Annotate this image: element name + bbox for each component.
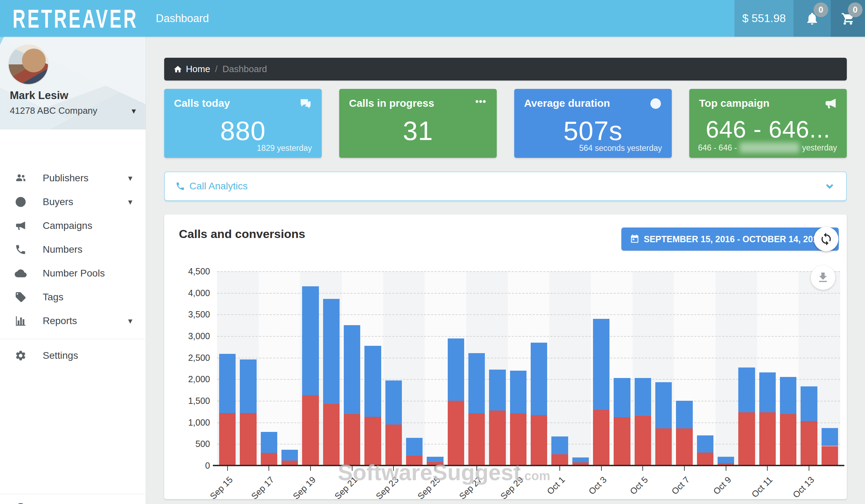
bar-segment-blue[interactable] xyxy=(676,401,692,428)
sidebar-item-buyers[interactable]: Buyers ▾ xyxy=(0,190,146,214)
sidebar-item-numbers[interactable]: Numbers xyxy=(0,238,146,261)
bar-segment-red[interactable] xyxy=(261,453,277,465)
download-button[interactable] xyxy=(811,265,835,290)
bar-segment-red[interactable] xyxy=(344,414,360,465)
bar-segment-red[interactable] xyxy=(385,425,402,465)
download-icon xyxy=(816,271,830,284)
date-range-button[interactable]: SEPTEMBER 15, 2016 - OCTOBER 14, 2016 ▾ xyxy=(621,227,839,251)
bar-segment-red[interactable] xyxy=(738,412,755,465)
bar-segment-red[interactable] xyxy=(489,411,505,465)
breadcrumb: Home / Dashboard xyxy=(164,58,847,80)
bar-segment-blue[interactable] xyxy=(759,372,776,413)
bar-segment-blue[interactable] xyxy=(510,371,526,413)
sidebar-item-reports[interactable]: Reports ▾ xyxy=(0,309,146,333)
bar-segment-blue[interactable] xyxy=(593,319,609,410)
bar-segment-blue[interactable] xyxy=(551,436,568,454)
cart-badge: 0 xyxy=(848,2,863,17)
bar-segment-blue[interactable] xyxy=(364,346,381,416)
x-axis-tick xyxy=(726,466,726,471)
notifications-button[interactable]: 0 xyxy=(794,0,831,37)
bar-segment-blue[interactable] xyxy=(302,286,319,395)
bar-segment-blue[interactable] xyxy=(385,380,402,425)
bar-segment-red[interactable] xyxy=(822,446,838,466)
bar-segment-blue[interactable] xyxy=(780,377,796,414)
bar-segment-blue[interactable] xyxy=(468,353,485,413)
bar-segment-red[interactable] xyxy=(240,413,256,465)
bar-segment-blue[interactable] xyxy=(448,338,464,401)
sidebar-item-tags[interactable]: Tags xyxy=(0,285,146,309)
gear-icon xyxy=(13,350,28,362)
bar-segment-blue[interactable] xyxy=(489,370,505,411)
sidebar-item-support[interactable]: Support xyxy=(0,496,146,504)
stat-card-calls-in-progress[interactable]: Calls in progress 31 xyxy=(339,89,497,158)
bar-segment-blue[interactable] xyxy=(801,386,817,421)
x-axis-tick xyxy=(601,466,602,471)
account-balance-button[interactable]: $ 551.98 xyxy=(734,0,794,37)
chevron-down-icon: ▾ xyxy=(132,106,136,116)
sidebar-item-settings[interactable]: Settings xyxy=(0,344,146,368)
breadcrumb-home[interactable]: Home xyxy=(186,64,210,75)
account-switcher[interactable]: 41278 ABC Company ▾ xyxy=(10,105,136,116)
bar-segment-red[interactable] xyxy=(510,413,526,465)
refresh-button[interactable] xyxy=(814,227,838,251)
topbar-actions: $ 551.98 0 0 xyxy=(734,0,865,37)
bar-segment-red[interactable] xyxy=(406,456,423,465)
stat-card-top-campaign[interactable]: Top campaign 646 - 646... 646 - 646 - ye… xyxy=(689,89,847,158)
bar-segment-blue[interactable] xyxy=(261,432,277,453)
app-logo[interactable]: RETREAVER xyxy=(13,4,138,34)
sidebar-item-number-pools[interactable]: Number Pools xyxy=(0,261,146,285)
bar-segment-red[interactable] xyxy=(531,415,547,465)
stat-card-calls-today[interactable]: Calls today 880 1829 yesterday xyxy=(164,89,322,158)
bar-segment-blue[interactable] xyxy=(344,325,360,414)
card-value: 646 - 646... xyxy=(689,115,847,143)
bar-segment-blue[interactable] xyxy=(240,359,256,413)
bar-segment-red[interactable] xyxy=(614,417,630,465)
bar-segment-blue[interactable] xyxy=(219,354,236,413)
bar-segment-blue[interactable] xyxy=(427,457,443,462)
bar-segment-blue[interactable] xyxy=(531,343,547,415)
call-analytics-panel[interactable]: Call Analytics xyxy=(164,172,847,201)
bar-segment-red[interactable] xyxy=(302,395,319,465)
y-axis-label: 1,000 xyxy=(161,418,210,428)
sidebar-item-publishers[interactable]: Publishers ▾ xyxy=(0,166,146,190)
bar-segment-red[interactable] xyxy=(468,413,485,465)
bar-segment-red[interactable] xyxy=(780,414,796,465)
bar-segment-red[interactable] xyxy=(697,453,713,465)
bar-segment-red[interactable] xyxy=(593,410,609,465)
plot-band xyxy=(570,271,591,465)
bar-chart: 05001,0001,5002,0002,5003,0003,5004,0004… xyxy=(217,271,840,465)
phone-icon xyxy=(13,244,28,255)
bar-segment-red[interactable] xyxy=(323,404,340,465)
bar-segment-red[interactable] xyxy=(655,428,672,465)
bar-segment-red[interactable] xyxy=(364,417,381,465)
bar-segment-red[interactable] xyxy=(759,412,776,465)
sidebar-divider xyxy=(0,494,145,494)
bar-segment-blue[interactable] xyxy=(738,368,755,412)
bar-segment-blue[interactable] xyxy=(697,435,713,453)
bar-segment-red[interactable] xyxy=(219,413,236,465)
bar-segment-blue[interactable] xyxy=(635,378,651,416)
bar-segment-red[interactable] xyxy=(551,454,568,465)
bar-segment-red[interactable] xyxy=(448,401,464,465)
bar-segment-blue[interactable] xyxy=(406,438,423,456)
card-subtitle: 1829 yesterday xyxy=(257,144,312,153)
bar-segment-blue[interactable] xyxy=(572,457,589,463)
topbar: RETREAVER Dashboard $ 551.98 0 0 xyxy=(0,0,865,37)
card-title: Average duration xyxy=(524,97,610,109)
bar-segment-red[interactable] xyxy=(801,421,817,465)
date-range-label: SEPTEMBER 15, 2016 - OCTOBER 14, 2016 xyxy=(644,234,823,244)
cart-button[interactable]: 0 xyxy=(831,0,865,37)
bar-segment-blue[interactable] xyxy=(822,428,838,446)
bar-segment-blue[interactable] xyxy=(323,299,340,404)
bar-segment-red[interactable] xyxy=(635,416,651,465)
stat-card-average-duration[interactable]: Average duration 507s 564 seconds yester… xyxy=(514,89,672,158)
bar-segment-blue[interactable] xyxy=(614,378,630,417)
y-axis-label: 3,500 xyxy=(161,309,210,320)
bar-segment-blue[interactable] xyxy=(655,382,672,428)
sidebar-item-campaigns[interactable]: Campaigns xyxy=(0,214,146,238)
x-axis-tick xyxy=(809,466,809,471)
plot-band xyxy=(279,271,300,465)
bar-segment-blue[interactable] xyxy=(718,457,734,463)
bar-segment-red[interactable] xyxy=(676,428,692,465)
bar-segment-blue[interactable] xyxy=(281,450,298,461)
